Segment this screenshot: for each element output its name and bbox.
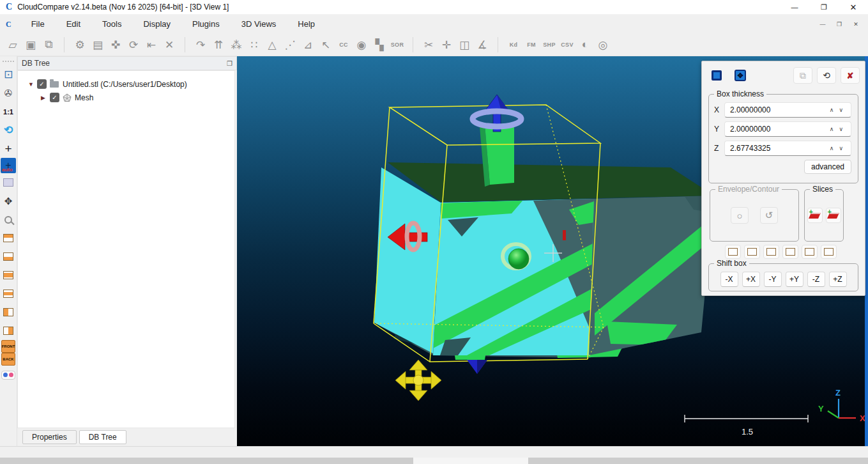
shp-export-icon[interactable]: SHP [540, 36, 558, 54]
properties-icon[interactable]: ▤ [89, 36, 107, 54]
extract-multi-slices-button[interactable]: + [826, 208, 841, 223]
shift-minus-x-button[interactable]: -X [720, 272, 738, 287]
translate-gizmo[interactable] [395, 360, 441, 401]
box-view-top-icon[interactable] [725, 245, 741, 259]
point-list-picking-icon[interactable]: ✜ [107, 36, 125, 54]
subsample-icon[interactable]: ⁂ [227, 36, 245, 54]
mdi-restore-button[interactable]: ❐ [832, 19, 846, 30]
pan-view-icon[interactable]: ✥ [0, 192, 17, 210]
shift-plus-y-button[interactable]: +Y [786, 272, 803, 287]
save-button[interactable]: ▣ [22, 36, 40, 54]
box-view-back-icon[interactable] [782, 245, 798, 259]
save-all-button[interactable]: ⧉ [40, 36, 57, 54]
shift-plus-x-button[interactable]: +X [742, 272, 760, 287]
z-arrow-gizmo[interactable] [473, 95, 521, 132]
cloud-mesh-distance-icon[interactable]: ⊿ [299, 36, 317, 54]
menu-tools[interactable]: Tools [91, 17, 132, 32]
sphere-render-icon[interactable]: ◐ [576, 36, 594, 54]
menu-display[interactable]: Display [132, 17, 181, 32]
cloud-cloud-distance-icon[interactable]: ⋰ [281, 36, 299, 54]
show-box-toggle[interactable] [707, 67, 726, 84]
csv-export-icon[interactable]: CSV [558, 36, 576, 54]
visibility-checkbox[interactable]: ✓ [50, 93, 59, 102]
view-left-icon[interactable] [0, 303, 17, 321]
extract-envelope-button[interactable]: ○ [731, 207, 749, 224]
cross-section-icon[interactable]: ◫ [455, 36, 473, 54]
shift-plus-z-button[interactable]: +Z [829, 272, 847, 287]
auto-pick-center-icon[interactable]: + auto [1, 158, 16, 173]
view-top-icon[interactable] [0, 229, 17, 247]
view-right-icon[interactable] [0, 321, 17, 340]
visibility-checkbox[interactable]: ✓ [37, 79, 47, 89]
spin-up-icon[interactable]: ∧ [827, 145, 837, 151]
spin-up-icon[interactable]: ∧ [827, 107, 837, 113]
down-cone-gizmo[interactable] [467, 360, 487, 374]
view-front-icon[interactable] [0, 266, 17, 284]
view-iso-back-icon[interactable]: BACK [1, 353, 15, 366]
shift-minus-y-button[interactable]: -Y [764, 272, 782, 287]
menu-help[interactable]: Help [287, 17, 326, 32]
open-button[interactable]: ▱ [4, 36, 22, 54]
view-bottom-icon[interactable] [0, 247, 17, 266]
tree-row-mesh[interactable]: ▶ ✓ Mesh [41, 91, 234, 104]
screenshot-icon[interactable]: ✇ [0, 84, 17, 102]
checkerboard-icon[interactable]: ▚ [370, 36, 388, 54]
float-panel-icon[interactable]: ❐ [227, 60, 232, 67]
settings-icon[interactable]: ⚙ [71, 36, 89, 54]
merge-icon[interactable]: ⇤ [142, 36, 160, 54]
noise-filter-icon[interactable]: ∷ [245, 36, 263, 54]
close-tool-button[interactable]: ✘ [841, 67, 860, 84]
spin-up-icon[interactable]: ∧ [827, 126, 837, 132]
restore-button[interactable]: ❐ [809, 0, 839, 14]
reset-envelope-button[interactable]: ↺ [760, 207, 778, 224]
zoom-1-1-icon[interactable]: 1:1 [0, 102, 17, 121]
spin-down-icon[interactable]: ∨ [836, 126, 846, 132]
delete-icon[interactable]: ✕ [160, 36, 178, 54]
rotate-view-icon[interactable]: ⟲ [0, 121, 17, 139]
tab-properties[interactable]: Properties [22, 430, 77, 444]
thickness-x-input[interactable]: 2.00000000 ∧ ∨ [724, 102, 851, 118]
thickness-y-input[interactable]: 2.00000000 ∧ ∨ [724, 121, 851, 137]
thickness-z-input[interactable]: 2.67743325 ∧ ∨ [724, 141, 851, 156]
mdi-minimize-button[interactable]: — [816, 19, 830, 30]
level-icon[interactable]: ∡ [473, 36, 491, 54]
box-view-front-icon[interactable] [763, 245, 779, 259]
tab-db-tree[interactable]: DB Tree [79, 430, 126, 444]
toolbar-handle[interactable] [3, 61, 14, 63]
globe-icon[interactable]: ◎ [594, 36, 612, 54]
menu-3d-views[interactable]: 3D Views [231, 17, 287, 32]
facets-icon[interactable]: FM [522, 36, 540, 54]
tree-row-file[interactable]: ▼ ✓ Untitled.stl (C:/Users/user1/Desktop… [28, 77, 234, 91]
compute-normals-icon[interactable]: ⇈ [209, 36, 227, 54]
spin-down-icon[interactable]: ∨ [836, 107, 846, 113]
sor-filter-icon[interactable]: SOR [388, 36, 406, 54]
display-options-icon[interactable]: ⊡ [0, 65, 17, 84]
clone-icon[interactable]: ⟳ [125, 36, 142, 54]
spin-down-icon[interactable]: ∨ [836, 145, 846, 151]
apply-transform-icon[interactable]: ↷ [192, 36, 209, 54]
segment-icon[interactable]: ✂ [420, 36, 438, 54]
shift-minus-z-button[interactable]: -Z [807, 272, 825, 287]
menu-file[interactable]: File [20, 17, 56, 32]
perspective-view-icon[interactable] [0, 173, 17, 192]
box-view-right-icon[interactable] [821, 245, 837, 259]
collapse-arrow-icon[interactable]: ▶ [41, 95, 50, 101]
minimize-button[interactable]: — [780, 0, 809, 14]
box-view-bottom-icon[interactable] [744, 245, 760, 259]
view-iso-front-icon[interactable]: FRONT [1, 340, 15, 353]
kd-tree-icon[interactable]: Kd [505, 36, 522, 54]
menu-edit[interactable]: Edit [56, 17, 91, 32]
pick-rotation-center-icon[interactable]: + [0, 139, 17, 158]
expand-arrow-icon[interactable]: ▼ [28, 81, 37, 88]
primitive-factory-icon[interactable]: ◉ [353, 36, 370, 54]
advanced-button[interactable]: advanced [804, 160, 851, 174]
stereo-mode-icon[interactable] [0, 366, 17, 384]
translate-rotate-icon[interactable]: ✛ [438, 36, 455, 54]
close-button[interactable]: ✕ [839, 0, 868, 14]
extract-slice-button[interactable]: + [807, 208, 823, 223]
box-view-left-icon[interactable] [802, 245, 818, 259]
point-picking-icon[interactable]: ↖ [317, 36, 335, 54]
view-back-icon[interactable] [0, 284, 17, 303]
mdi-close-button[interactable]: ✕ [849, 19, 863, 30]
zoom-view-icon[interactable] [0, 210, 17, 229]
